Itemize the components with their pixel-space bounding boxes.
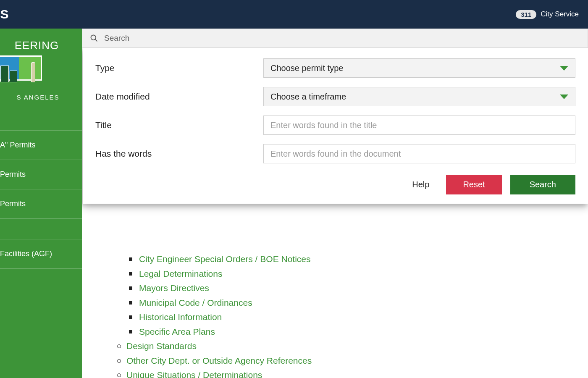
filter-label-title: Title [95,120,263,130]
main-area: Type Choose permit type Date modified Ch… [82,29,588,378]
list-item: City Engineer Special Orders / BOE Notic… [128,252,567,266]
list-item: Municipal Code / Ordinances [128,296,567,310]
brand-title: EERING [0,39,82,52]
brand-subtitle: S ANGELES [0,94,82,101]
sidebar-nav: A" Permits Permits Permits Facilities (A… [0,130,82,269]
sidebar-item-permits-2[interactable]: Permits [0,189,82,219]
search-input[interactable] [104,34,580,43]
sidebar-item-permits-1[interactable]: Permits [0,160,82,189]
sidebar-item-a-permits[interactable]: A" Permits [0,130,82,160]
link-municipal-code[interactable]: Municipal Code / Ordinances [139,298,252,307]
topbar: ES 311 City Service [0,0,588,29]
words-input[interactable] [263,144,575,163]
link-historical-info[interactable]: Historical Information [139,312,222,322]
list-item: Design Standards [116,339,567,353]
filter-panel: Type Choose permit type Date modified Ch… [83,48,588,204]
brand-logo [0,55,42,91]
title-input[interactable] [263,116,575,135]
svg-point-0 [91,35,96,40]
link-list-circle: Design Standards Other City Dept. or Out… [116,339,567,378]
list-item: Historical Information [128,310,567,324]
badge-311[interactable]: 311 [516,10,536,19]
list-item: Mayors Directives [128,281,567,295]
link-special-orders[interactable]: City Engineer Special Orders / BOE Notic… [139,254,311,264]
brand-block: EERING S ANGELES [0,29,82,111]
search-icon [90,34,98,42]
chevron-down-icon [560,66,568,71]
list-item: Other City Dept. or Outside Agency Refer… [116,354,567,368]
filter-label-date: Date modified [95,92,263,102]
link-mayors-directives[interactable]: Mayors Directives [139,283,209,293]
filter-label-type: Type [95,63,263,73]
help-button[interactable]: Help [404,176,438,194]
search-bar[interactable] [82,29,588,48]
select-timeframe[interactable]: Choose a timeframe [263,87,575,106]
search-button[interactable]: Search [510,175,575,194]
link-specific-area-plans[interactable]: Specific Area Plans [139,327,215,336]
filter-label-words: Has the words [95,149,263,159]
sidebar-item-blank[interactable] [0,219,82,239]
list-item: Unique Situations / Determinations [116,368,567,378]
link-unique-situations[interactable]: Unique Situations / Determinations [126,370,262,378]
chevron-down-icon [560,94,568,99]
sidebar: EERING S ANGELES A" Permits Permits Perm… [0,29,82,378]
topbar-title: ES [0,7,9,21]
select-timeframe-value: Choose a timeframe [270,92,346,102]
link-other-city-dept[interactable]: Other City Dept. or Outside Agency Refer… [126,356,312,365]
city-services-link[interactable]: City Service [541,10,579,18]
select-permit-type-value: Choose permit type [270,63,343,73]
topbar-right: 311 City Service [516,10,579,19]
link-list-square: City Engineer Special Orders / BOE Notic… [128,252,567,339]
select-permit-type[interactable]: Choose permit type [263,58,575,78]
list-item: Legal Determinations [128,267,567,281]
svg-line-1 [95,39,97,42]
sidebar-item-facilities[interactable]: Facilities (AGF) [0,239,82,269]
reset-button[interactable]: Reset [446,175,501,194]
list-item: Specific Area Plans [128,325,567,339]
link-legal-determinations[interactable]: Legal Determinations [139,269,222,278]
link-design-standards[interactable]: Design Standards [126,341,197,351]
